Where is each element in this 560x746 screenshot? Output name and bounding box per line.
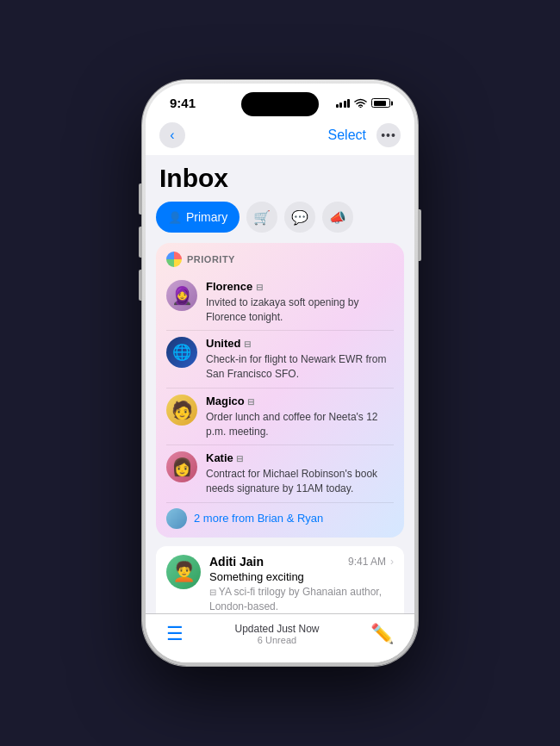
nav-bar: ‹ Select ••• [146,115,414,155]
priority-email-magico[interactable]: 🧑 Magico ⊟ Order lunch and coffee for Ne… [166,389,394,445]
dynamic-island [241,92,319,116]
nav-right-actions: Select ••• [328,123,401,147]
battery-icon [371,98,390,108]
page-title: Inbox [156,155,404,202]
wifi-icon [354,98,367,108]
email-time-aditi: 9:41 AM › [348,556,394,568]
more-button[interactable]: ••• [376,123,401,147]
more-text: 2 more from Brian & Ryan [194,512,323,525]
more-avatar [166,508,187,529]
phone-frame: 9:41 [142,80,418,666]
bottom-toolbar: ☰ Updated Just Now 6 Unread ✏️ [146,613,414,662]
summary-icon-florence: ⊟ [256,283,263,292]
compose-button[interactable]: ✏️ [370,623,394,645]
priority-ring-icon [166,252,182,267]
tab-social[interactable]: 💬 [284,202,315,233]
email-subject-aditi: Something exciting [209,570,394,583]
avatar-united: 🌐 [166,337,197,368]
email-body-united: United ⊟ Check-in for flight to Newark E… [206,337,394,381]
tab-promotions[interactable]: 📣 [322,202,353,233]
email-body-aditi: Aditi Jain 9:41 AM › Something exciting … [209,555,394,613]
back-button[interactable]: ‹ [159,122,185,148]
email-sender-united: United ⊟ [206,337,394,351]
more-row[interactable]: 2 more from Brian & Ryan [166,503,394,531]
select-button[interactable]: Select [328,127,366,143]
avatar-florence: 🧕 [166,280,197,311]
chevron-right-aditi: › [390,556,394,568]
priority-email-katie[interactable]: 👩 Katie ⊟ Contract for Michael Robinson'… [166,445,394,502]
priority-label: PRIORITY [187,254,235,264]
priority-email-florence[interactable]: 🧕 Florence ⊟ Invited to izakaya soft ope… [166,274,394,331]
social-icon: 💬 [291,209,308,226]
status-icons [336,98,391,108]
summary-indicator-aditi: ⊟ [209,587,219,597]
email-sender-magico: Magico ⊟ [206,395,394,409]
list-icon[interactable]: ☰ [166,623,184,645]
email-sender-florence: Florence ⊟ [206,280,394,295]
priority-header: PRIORITY [166,252,394,267]
battery-fill [374,101,386,106]
email-header-aditi: Aditi Jain 9:41 AM › [209,555,394,569]
more-dots-icon: ••• [381,128,396,142]
main-content: Inbox 👤 Primary 🛒 💬 📣 [146,155,414,613]
svg-point-0 [359,107,361,108]
email-preview-florence: Invited to izakaya soft opening by Flore… [206,295,394,325]
email-body-katie: Katie ⊟ Contract for Michael Robinson's … [206,451,394,495]
tab-primary[interactable]: 👤 Primary [156,202,240,233]
summary-icon-katie: ⊟ [236,455,243,464]
shopping-icon: 🛒 [253,209,271,226]
priority-card: PRIORITY 🧕 Florence ⊟ Invited to izakaya… [156,243,404,538]
sync-status-text: Updated Just Now [234,623,319,635]
phone-screen: 9:41 [146,84,414,662]
sync-status: Updated Just Now 6 Unread [234,623,319,645]
unread-count: 6 Unread [258,635,296,645]
tab-filter-row: 👤 Primary 🛒 💬 📣 [156,202,404,233]
summary-icon-united: ⊟ [244,340,251,350]
back-arrow-icon: ‹ [170,128,174,142]
tab-shopping[interactable]: 🛒 [246,202,277,233]
signal-icon [336,99,351,108]
summary-icon-magico: ⊟ [247,397,254,407]
email-body-florence: Florence ⊟ Invited to izakaya soft openi… [206,280,394,324]
avatar-magico: 🧑 [166,395,197,426]
email-preview-katie: Contract for Michael Robinson's book nee… [206,467,394,496]
screen-content: 9:41 [146,84,414,662]
person-icon: 👤 [168,211,182,224]
priority-email-united[interactable]: 🌐 United ⊟ Check-in for flight to Newark… [166,331,394,388]
avatar-aditi: 🧑‍🦱 [166,555,201,589]
email-preview-united: Check-in for flight to Newark EWR from S… [206,352,394,382]
email-row-aditi[interactable]: 🧑‍🦱 Aditi Jain 9:41 AM › Something excit… [156,546,404,613]
avatar-katie: 👩 [166,451,197,482]
promotions-icon: 📣 [329,209,346,226]
status-time: 9:41 [170,96,196,110]
email-preview-magico: Order lunch and coffee for Neeta's 12 p.… [206,410,394,439]
email-preview-aditi: ⊟ YA sci-fi trilogy by Ghanaian author, … [209,585,394,613]
email-body-magico: Magico ⊟ Order lunch and coffee for Neet… [206,395,394,438]
email-sender-katie: Katie ⊟ [206,451,394,466]
email-sender-aditi: Aditi Jain [209,555,264,569]
tab-primary-label: Primary [186,210,227,224]
